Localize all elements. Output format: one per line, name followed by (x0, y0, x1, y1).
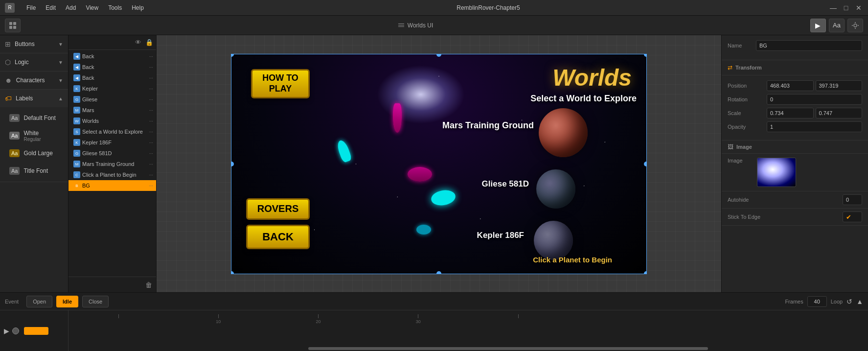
scale-y-value[interactable]: 0.747 (816, 108, 863, 118)
buttons-header[interactable]: ⊞ Buttons ▼ (0, 35, 68, 53)
opacity-label: Opacity (728, 124, 767, 130)
file-icon-bg: B (73, 182, 80, 189)
opacity-value[interactable]: 1 (767, 121, 862, 132)
font-button[interactable]: Aa (829, 19, 845, 32)
labels-section: 🏷 Labels ▲ Aa Default Font Aa White Regu… (0, 90, 68, 182)
opacity-row: Opacity 1 (728, 121, 862, 132)
file-item-kepler-186f[interactable]: K Kepler 186F ··· (69, 137, 156, 148)
file-item-click-planet[interactable]: C Click a Planet to Begin ··· (69, 169, 156, 180)
menu-edit[interactable]: Edit (42, 3, 60, 12)
planet-kepler[interactable] (534, 221, 573, 260)
menu-help[interactable]: Help (128, 3, 148, 12)
close-button[interactable]: ✕ (854, 3, 863, 12)
file-item-mars-training[interactable]: M Mars Training Ground ··· (69, 159, 156, 169)
scale-values: 0.734 0.747 (767, 108, 862, 118)
expand-icon[interactable]: ▲ (856, 298, 863, 305)
image-thumbnail[interactable] (757, 158, 796, 187)
rovers-button[interactable]: ROVERS (246, 198, 310, 220)
autohide-value[interactable]: 0 (843, 194, 862, 205)
position-values: 468.403 397.319 (767, 80, 862, 91)
sidebar-item-default-font[interactable]: Aa Default Font (0, 109, 68, 127)
canvas-frame: Worlds Select a World to Explore HOW TO … (231, 54, 647, 274)
file-item-kepler[interactable]: K Kepler ··· (69, 83, 156, 94)
position-x-value[interactable]: 468.403 (767, 80, 814, 91)
tab-close[interactable]: Close (82, 296, 109, 307)
canvas-area[interactable]: Worlds Select a World to Explore HOW TO … (157, 35, 721, 292)
characters-label: Characters (16, 77, 54, 84)
toolbar-icon-group[interactable] (5, 19, 21, 32)
keyframe-block[interactable] (24, 327, 48, 335)
delete-icon[interactable]: 🗑 (145, 281, 152, 289)
scale-x-value[interactable]: 0.734 (767, 108, 814, 118)
handle-bottom-mid[interactable] (436, 271, 441, 274)
handle-mid-right[interactable] (644, 162, 647, 166)
group-icon (8, 21, 17, 30)
file-item-back-1[interactable]: ◀ Back ··· (69, 51, 156, 62)
rotation-value[interactable]: 0 (767, 94, 862, 105)
menu-file[interactable]: File (23, 3, 40, 12)
position-row: Position 468.403 397.319 (728, 80, 862, 91)
cyan-decoration-3 (416, 225, 431, 234)
characters-header[interactable]: ☻ Characters ▼ (0, 71, 68, 89)
file-item-select-world[interactable]: S Select a World to Explore ··· (69, 126, 156, 137)
timeline-play-icon[interactable]: ▶ (4, 327, 9, 335)
rotation-row: Rotation 0 (728, 94, 862, 105)
logic-icon: ⬡ (5, 58, 11, 66)
back-button[interactable]: BACK (246, 225, 310, 249)
file-dots-mars: ··· (149, 108, 153, 113)
minimize-button[interactable]: — (829, 3, 838, 12)
file-item-gliese-581d[interactable]: G Gliese 581D ··· (69, 148, 156, 159)
ruler-label-10: 10 (216, 319, 221, 324)
file-item-bg[interactable]: B BG ··· (69, 180, 156, 191)
sidebar-item-white-regular[interactable]: Aa White Regular (0, 127, 68, 144)
settings-button[interactable] (847, 19, 863, 32)
main-area: ⊞ Buttons ▼ ⬡ Logic ▼ ☻ Characters ▼ 🏷 L… (0, 35, 868, 292)
title-aa-icon: Aa (9, 167, 20, 175)
labels-header[interactable]: 🏷 Labels ▲ (0, 90, 68, 107)
timeline-scrollbar[interactable] (308, 347, 708, 350)
planet-gliese[interactable] (536, 169, 575, 209)
file-item-back-3[interactable]: ◀ Back ··· (69, 72, 156, 83)
logic-header[interactable]: ⬡ Logic ▼ (0, 53, 68, 71)
planet-mars[interactable] (539, 108, 588, 157)
handle-bottom-right[interactable] (644, 271, 647, 274)
position-y-value[interactable]: 397.319 (816, 80, 863, 91)
ruler-line-end (518, 314, 519, 318)
tab-open[interactable]: Open (26, 296, 52, 307)
svg-rect-2 (9, 26, 12, 29)
maximize-button[interactable]: □ (842, 3, 850, 12)
svg-rect-0 (9, 22, 12, 25)
menu-add[interactable]: Add (62, 3, 80, 12)
eye-icon[interactable]: 👁 (135, 39, 141, 46)
toolbar-right: ▶ Aa (810, 19, 863, 32)
track-controls: ▶ (0, 310, 69, 351)
file-item-back-2[interactable]: ◀ Back ··· (69, 62, 156, 72)
play-button[interactable]: ▶ (810, 19, 826, 32)
file-item-mars[interactable]: M Mars ··· (69, 105, 156, 116)
menu-view[interactable]: View (82, 3, 102, 12)
lock-icon[interactable]: 🔒 (145, 39, 153, 46)
file-name-gliese: Gliese (82, 96, 147, 102)
record-button[interactable] (12, 328, 19, 334)
file-item-gliese[interactable]: G Gliese ··· (69, 94, 156, 105)
how-to-play-button[interactable]: HOW TO PLAY (251, 69, 310, 98)
name-label: Name (728, 43, 752, 48)
scale-row: Scale 0.734 0.747 (728, 108, 862, 118)
file-item-worlds[interactable]: W Worlds ··· (69, 116, 156, 126)
stick-to-edge-label: Stick To Edge (728, 214, 840, 220)
image-label-text: Image (728, 158, 752, 164)
game-light (377, 65, 465, 124)
file-dots-back-2: ··· (149, 65, 153, 70)
worlds-ui-icon (398, 22, 405, 29)
name-value[interactable]: BG (756, 40, 862, 51)
stick-to-edge-value[interactable]: ✔ (843, 211, 862, 222)
ruler-line-10 (218, 314, 219, 318)
sidebar-item-title-font[interactable]: Aa Title Font (0, 162, 68, 180)
handle-top-right[interactable] (644, 54, 647, 57)
frames-value[interactable]: 40 (807, 296, 827, 307)
sidebar-item-gold-large[interactable]: Aa Gold Large (0, 144, 68, 162)
svg-rect-5 (398, 25, 404, 25)
tab-idle[interactable]: Idle (56, 296, 78, 307)
menu-tools[interactable]: Tools (104, 3, 126, 12)
loop-icon[interactable]: ↺ (846, 298, 852, 305)
